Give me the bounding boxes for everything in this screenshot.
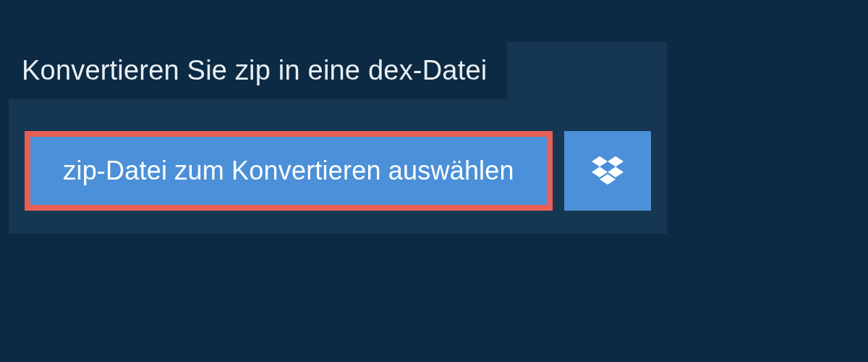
button-row: zip-Datei zum Konvertieren auswählen xyxy=(9,99,667,234)
title-bar: Konvertieren Sie zip in eine dex-Datei xyxy=(9,42,507,99)
converter-panel: Konvertieren Sie zip in eine dex-Datei z… xyxy=(9,42,667,234)
dropbox-icon xyxy=(592,153,624,188)
dropbox-button[interactable] xyxy=(564,131,651,211)
select-file-button[interactable]: zip-Datei zum Konvertieren auswählen xyxy=(25,131,553,211)
select-file-label: zip-Datei zum Konvertieren auswählen xyxy=(63,156,514,186)
page-title: Konvertieren Sie zip in eine dex-Datei xyxy=(22,55,487,85)
